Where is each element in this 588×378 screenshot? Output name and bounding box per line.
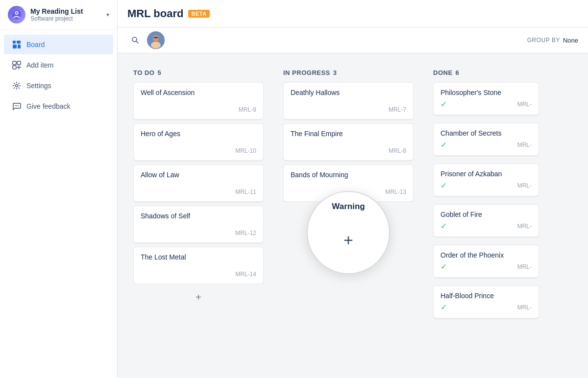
settings-label: Settings	[26, 82, 51, 90]
card-title: Philosopher's Stone	[441, 89, 532, 96]
card-id: MRL-10	[235, 147, 256, 154]
column-todo-title: TO DO	[133, 69, 154, 76]
column-done-count: 6	[456, 69, 459, 76]
sidebar-item-give-feedback[interactable]: Give feedback	[4, 96, 113, 116]
table-row[interactable]: Bands of Mourning MRL-13	[283, 165, 414, 202]
add-inprogress-area: Warning + +	[283, 206, 414, 229]
beta-badge: BETA	[188, 10, 209, 18]
sidebar-header[interactable]: My Reading List Software project ▾	[0, 0, 117, 30]
svg-rect-9	[13, 66, 16, 69]
svg-rect-3	[13, 41, 16, 44]
check-icon: ✓	[441, 181, 447, 190]
inprogress-cards: Deathly Hallows MRL-7 The Final Empire M…	[283, 82, 414, 202]
card-id: MRL-9	[239, 106, 256, 113]
table-row[interactable]: Chamber of Secrets ✓ MRL-	[433, 123, 539, 156]
table-row[interactable]: Prisoner of Azkaban ✓ MRL-	[433, 164, 539, 196]
give-feedback-label: Give feedback	[26, 102, 71, 110]
feedback-icon	[12, 101, 22, 111]
column-done: DONE 6 Philosopher's Stone ✓ MRL- Chambe…	[427, 63, 545, 328]
card-title: Bands of Mourning	[291, 171, 406, 179]
card-id: MRL-	[517, 223, 532, 230]
card-title: The Lost Metal	[141, 253, 256, 261]
sidebar-item-board[interactable]: Board	[4, 35, 113, 54]
svg-point-2	[16, 12, 18, 14]
table-row[interactable]: The Final Empire MRL-8	[283, 123, 414, 161]
board-label: Board	[26, 41, 45, 48]
table-row[interactable]: Half-Blood Prince ✓ MRL-	[433, 285, 539, 318]
search-icon	[131, 36, 139, 44]
todo-cards: Well of Ascension MRL-9 Hero of Ages MRL…	[133, 82, 264, 284]
svg-point-13	[16, 105, 17, 106]
sidebar: My Reading List Software project ▾ Board	[0, 0, 118, 378]
table-row[interactable]: Allow of Law MRL-11	[133, 165, 264, 202]
card-title: Chamber of Secrets	[441, 129, 532, 137]
card-title: Goblet of Fire	[441, 211, 532, 218]
column-done-header: DONE 6	[433, 69, 539, 76]
board-area: TO DO 5 Well of Ascension MRL-9 Hero of …	[118, 53, 588, 378]
card-id: MRL-14	[235, 271, 256, 278]
main-content: MRL board BETA GROUP BY None	[118, 0, 588, 378]
card-title: Deathly Hallows	[291, 89, 406, 96]
svg-rect-4	[17, 41, 21, 44]
page-title: MRL board	[127, 7, 183, 20]
project-info: My Reading List Software project	[30, 7, 106, 22]
table-row[interactable]: Hero of Ages MRL-10	[133, 123, 264, 161]
table-row[interactable]: Well of Ascension MRL-9	[133, 82, 264, 119]
card-title: Shadows of Self	[141, 212, 256, 220]
chevron-down-icon: ▾	[106, 11, 109, 18]
spotlight-warning-text: Warning	[332, 202, 365, 212]
check-icon: ✓	[441, 262, 447, 271]
card-id: MRL-	[517, 304, 532, 311]
table-row[interactable]: The Lost Metal MRL-14	[133, 247, 264, 284]
card-id: MRL-11	[235, 189, 256, 195]
svg-rect-7	[13, 61, 16, 65]
project-logo	[8, 6, 25, 24]
check-icon: ✓	[441, 303, 447, 312]
search-button[interactable]	[127, 32, 143, 48]
check-icon: ✓	[441, 99, 447, 109]
spotlight-circle: Warning +	[307, 191, 390, 274]
group-by-label: GROUP BY	[527, 37, 560, 44]
done-cards: Philosopher's Stone ✓ MRL- Chamber of Se…	[433, 82, 539, 322]
svg-line-17	[136, 41, 138, 43]
table-row[interactable]: Philosopher's Stone ✓ MRL-	[433, 82, 539, 115]
table-row[interactable]: Deathly Hallows MRL-7	[283, 82, 414, 119]
avatar[interactable]	[147, 31, 165, 49]
svg-point-14	[15, 105, 16, 106]
check-icon: ✓	[441, 140, 447, 149]
table-row[interactable]: Goblet of Fire ✓ MRL-	[433, 204, 539, 237]
card-title: Half-Blood Prince	[441, 292, 532, 300]
column-todo-header: TO DO 5	[133, 69, 264, 76]
sidebar-item-add-item[interactable]: Add item	[4, 55, 113, 75]
table-row[interactable]: Order of the Phoenix ✓ MRL-	[433, 245, 539, 278]
card-title: Hero of Ages	[141, 130, 256, 138]
svg-point-15	[18, 105, 19, 106]
card-title: The Final Empire	[291, 130, 406, 138]
column-inprogress-header: IN PROGRESS 3	[283, 69, 414, 76]
group-by-value[interactable]: None	[563, 37, 578, 44]
card-id: MRL-13	[385, 189, 406, 195]
card-id: MRL-12	[235, 230, 256, 236]
card-title: Order of the Phoenix	[441, 251, 532, 259]
add-item-label: Add item	[26, 61, 53, 69]
toolbar: GROUP BY None	[118, 27, 588, 53]
card-title: Well of Ascension	[141, 89, 256, 96]
project-subtitle: Software project	[30, 15, 106, 22]
spotlight-plus-icon: +	[343, 232, 353, 248]
svg-point-12	[16, 85, 18, 87]
card-id: MRL-	[517, 182, 532, 189]
card-title: Prisoner of Azkaban	[441, 170, 532, 178]
svg-rect-6	[18, 45, 21, 48]
column-todo-count: 5	[157, 69, 161, 76]
add-todo-card-button[interactable]: +	[133, 288, 264, 307]
card-id: MRL-	[517, 263, 532, 270]
column-inprogress-title: IN PROGRESS	[283, 69, 330, 76]
card-id: MRL-8	[389, 147, 406, 154]
column-done-title: DONE	[433, 69, 453, 76]
table-row[interactable]: Shadows of Self MRL-12	[133, 206, 264, 243]
check-icon: ✓	[441, 221, 447, 231]
card-id: MRL-7	[389, 106, 406, 113]
sidebar-item-settings[interactable]: Settings	[4, 76, 113, 95]
sidebar-nav: Board Add item Se	[0, 30, 117, 378]
column-todo: TO DO 5 Well of Ascension MRL-9 Hero of …	[127, 63, 270, 313]
